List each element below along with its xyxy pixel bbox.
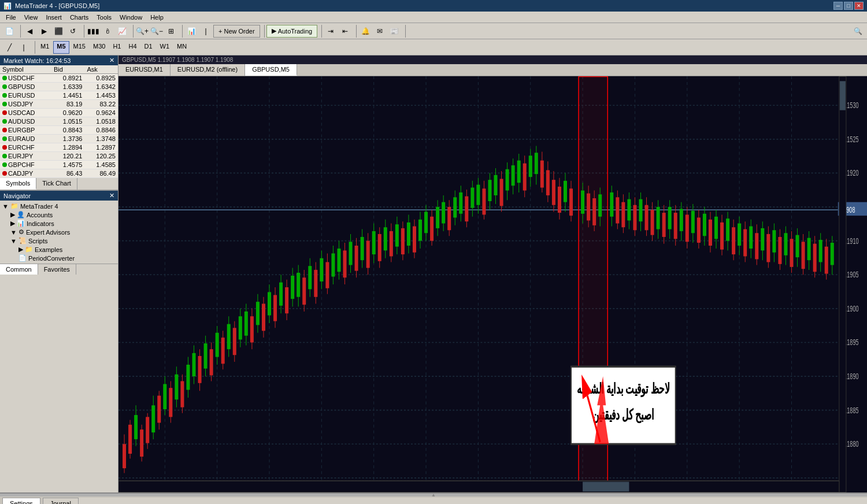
ask-cell: 0.8925 bbox=[84, 74, 118, 83]
chart-line-btn[interactable]: 📈 bbox=[115, 25, 129, 38]
minimize-button[interactable]: ─ bbox=[833, 2, 843, 10]
market-watch-row[interactable]: EURCHF 1.2894 1.2897 bbox=[0, 143, 118, 152]
symbol-cell: GBPCHF bbox=[0, 161, 51, 169]
menu-insert[interactable]: Insert bbox=[42, 13, 65, 22]
svg-rect-83 bbox=[244, 312, 248, 336]
chart-tab-eurusd-m2[interactable]: EURUSD,M2 (offline) bbox=[171, 64, 245, 76]
back-btn[interactable]: ◀ bbox=[23, 25, 36, 38]
line-tool[interactable]: ╱ bbox=[2, 41, 16, 54]
tab-symbols[interactable]: Symbols bbox=[0, 178, 36, 190]
alert-btn[interactable]: 🔔 bbox=[358, 25, 372, 38]
svg-rect-179 bbox=[523, 164, 527, 191]
tester-tab-settings[interactable]: Settings bbox=[2, 498, 40, 504]
close-button[interactable]: ✕ bbox=[854, 2, 864, 10]
nav-close-icon[interactable]: ✕ bbox=[109, 192, 114, 199]
svg-rect-229 bbox=[674, 213, 677, 239]
tf-d1[interactable]: D1 bbox=[141, 41, 156, 54]
market-watch-row[interactable]: EURGBP 0.8843 0.8846 bbox=[0, 126, 118, 135]
fwd-btn[interactable]: ▶ bbox=[37, 25, 51, 38]
news-btn[interactable]: 📰 bbox=[387, 25, 401, 38]
svg-rect-59 bbox=[175, 375, 178, 400]
svg-rect-71 bbox=[210, 349, 213, 375]
tf-w1[interactable]: W1 bbox=[157, 41, 173, 54]
tf-m1[interactable]: M1 bbox=[37, 41, 53, 54]
nav-examples[interactable]: ▶ 📁 Examples bbox=[1, 245, 117, 254]
nav-scripts[interactable]: ▼ 📜 Scripts bbox=[1, 236, 117, 245]
tf-h1[interactable]: H1 bbox=[109, 41, 124, 54]
nav-accounts[interactable]: ▶ 👤 Accounts bbox=[1, 210, 117, 219]
menu-view[interactable]: View bbox=[21, 13, 42, 22]
tester-tab-journal[interactable]: Journal bbox=[43, 498, 79, 504]
chart-bar-btn[interactable]: ▮▮▮ bbox=[86, 25, 100, 38]
autotrading-button[interactable]: ▶ AutoTrading bbox=[266, 25, 318, 38]
chart-tab-gbpusd-m5[interactable]: GBPUSD,M5 bbox=[245, 64, 297, 76]
market-watch-row[interactable]: GBPUSD 1.6339 1.6342 bbox=[0, 83, 118, 91]
search-btn[interactable]: 🔍 bbox=[851, 25, 865, 38]
indicator-btn[interactable]: 📊 bbox=[184, 25, 198, 38]
chart-canvas[interactable]: 1.1530 1.1525 1.1920 1.1915 1.1910 1.190… bbox=[118, 76, 867, 492]
period-sep-btn[interactable]: | bbox=[199, 25, 213, 38]
stop-btn[interactable]: ⬛ bbox=[51, 25, 65, 38]
menu-file[interactable]: File bbox=[2, 13, 20, 22]
nav-period-converter[interactable]: 📄 PeriodConverter bbox=[1, 254, 117, 262]
status-dot bbox=[2, 154, 7, 158]
tf-m30[interactable]: M30 bbox=[90, 41, 109, 54]
grid-btn[interactable]: ⊞ bbox=[164, 25, 178, 38]
folder-icon2: 📁 bbox=[25, 246, 33, 253]
ask-cell: 1.4585 bbox=[84, 161, 118, 169]
sep4 bbox=[180, 25, 183, 38]
market-watch-row[interactable]: EURUSD 1.4451 1.4453 bbox=[0, 91, 118, 100]
menu-help[interactable]: Help bbox=[147, 13, 167, 22]
auto-scroll-btn[interactable]: ⇤ bbox=[338, 25, 352, 38]
symbol-cell: AUDUSD bbox=[0, 117, 51, 126]
chart-shift-btn[interactable]: ⇥ bbox=[324, 25, 338, 38]
bid-cell: 1.6339 bbox=[51, 83, 85, 91]
menu-charts[interactable]: Charts bbox=[66, 13, 92, 22]
market-watch-row[interactable]: USDCAD 0.9620 0.9624 bbox=[0, 109, 118, 117]
period-sep2[interactable]: | bbox=[17, 41, 31, 54]
symbol-cell: GBPUSD bbox=[0, 83, 51, 91]
tf-m5[interactable]: M5 bbox=[53, 41, 69, 54]
market-watch-row[interactable]: CADJPY 86.43 86.49 bbox=[0, 169, 118, 178]
tf-mn[interactable]: MN bbox=[173, 41, 190, 54]
tab-tick-chart[interactable]: Tick Chart bbox=[36, 178, 77, 190]
nav-tab-common[interactable]: Common bbox=[0, 264, 38, 275]
nav-indicators[interactable]: ▶ 📊 Indicators bbox=[1, 219, 117, 228]
restore-button[interactable]: □ bbox=[844, 2, 853, 10]
col-symbol: Symbol bbox=[0, 65, 51, 74]
tf-h4[interactable]: H4 bbox=[125, 41, 140, 54]
market-watch-row[interactable]: USDJPY 83.19 83.22 bbox=[0, 100, 118, 109]
nav-tab-favorites[interactable]: Favorites bbox=[38, 264, 76, 275]
svg-rect-231 bbox=[680, 209, 683, 231]
menu-window[interactable]: Window bbox=[116, 13, 146, 22]
svg-rect-269 bbox=[790, 239, 793, 267]
market-watch-row[interactable]: GBPCHF 1.4575 1.4585 bbox=[0, 161, 118, 169]
svg-rect-223 bbox=[657, 207, 660, 229]
svg-rect-97 bbox=[285, 287, 288, 313]
svg-rect-261 bbox=[766, 234, 770, 262]
bid-cell: 0.9620 bbox=[51, 109, 85, 117]
nav-expert-advisors[interactable]: ▼ ⚙ Expert Advisors bbox=[1, 228, 117, 236]
mw-close-icon[interactable]: ✕ bbox=[109, 57, 114, 64]
zoom-in-btn[interactable]: 🔍+ bbox=[135, 25, 149, 38]
zoom-out-btn[interactable]: 🔍− bbox=[150, 25, 164, 38]
chart-tab-eurusd-m1[interactable]: EURUSD,M1 bbox=[118, 64, 171, 76]
market-watch-row[interactable]: USDCHF 0.8921 0.8925 bbox=[0, 74, 118, 83]
nav-metatrader4[interactable]: ▼ 📁 MetaTrader 4 bbox=[1, 202, 117, 210]
menu-tools[interactable]: Tools bbox=[93, 13, 115, 22]
new-btn[interactable]: 📄 bbox=[2, 25, 16, 38]
mail-btn[interactable]: ✉ bbox=[373, 25, 387, 38]
market-watch-row[interactable]: EURAUD 1.3736 1.3748 bbox=[0, 135, 118, 143]
chart-header: GBPUSD,M5 1.1907 1.1908 1.1907 1.1908 bbox=[118, 55, 867, 64]
chart-candle-btn[interactable]: 🕯 bbox=[101, 25, 114, 38]
new-order-button[interactable]: + New Order bbox=[213, 25, 260, 38]
tester-panel: ▲ Settings Journal 2 MA Crosses Mega fil… bbox=[0, 492, 867, 504]
svg-rect-239 bbox=[703, 214, 706, 236]
refresh-btn[interactable]: ↺ bbox=[66, 25, 80, 38]
tf-m15[interactable]: M15 bbox=[70, 41, 89, 54]
market-watch-row[interactable]: AUDUSD 1.0515 1.0518 bbox=[0, 117, 118, 126]
svg-rect-267 bbox=[784, 233, 787, 255]
svg-rect-281 bbox=[825, 247, 828, 274]
svg-rect-115 bbox=[337, 249, 340, 272]
market-watch-row[interactable]: EURJPY 120.21 120.25 bbox=[0, 152, 118, 161]
